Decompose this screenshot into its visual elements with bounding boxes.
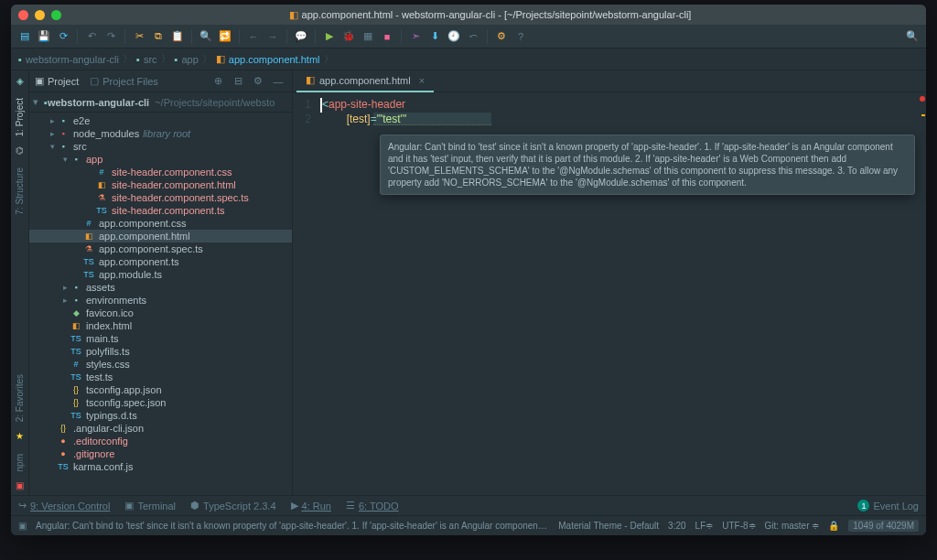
error-marker[interactable] (920, 96, 925, 102)
collapse-all-icon[interactable]: ⊟ (230, 73, 246, 90)
event-log-tab[interactable]: Event Log (873, 501, 919, 512)
settings-icon[interactable]: ⚙ (493, 28, 510, 45)
project-tree[interactable]: ▸▪e2e▸▪node_moduleslibrary root▾▪src▾▪ap… (29, 113, 292, 495)
cut-icon[interactable]: ✂ (131, 28, 147, 45)
project-files-tab[interactable]: ▢Project Files (90, 75, 158, 87)
tree-node[interactable]: ▾▪app (29, 153, 292, 166)
status-theme[interactable]: Material Theme - Default (558, 521, 659, 531)
help-icon[interactable]: ? (512, 28, 529, 45)
stop-icon[interactable]: ■ (379, 28, 395, 45)
tree-node[interactable]: ●.editorconfig (29, 435, 292, 447)
tree-node[interactable]: ●.gitignore (29, 447, 292, 460)
breadcrumb[interactable]: webstorm-angular-cli (26, 54, 119, 65)
status-git[interactable]: Git: master ≑ (765, 521, 820, 531)
tree-node[interactable]: #styles.css (29, 358, 292, 371)
file-icon: ● (57, 447, 70, 460)
paste-icon[interactable]: 📋 (169, 28, 186, 45)
vcs-push-icon[interactable]: ➣ (407, 28, 424, 45)
copy-icon[interactable]: ⧉ (150, 28, 167, 45)
run-tab[interactable]: ▶ 4: Run (291, 500, 331, 512)
maximize-window-button[interactable] (51, 10, 61, 20)
status-line-separator[interactable]: LF≑ (695, 521, 714, 531)
editor-tab[interactable]: ◧ app.component.html × (296, 70, 434, 92)
hide-tool-icon[interactable]: — (270, 73, 286, 90)
typescript-tab[interactable]: ⬢ TypeScript 2.3.4 (190, 500, 276, 512)
tree-node[interactable]: {}.angular-cli.json (29, 422, 292, 435)
scroll-from-source-icon[interactable]: ⊕ (210, 73, 226, 90)
breadcrumb[interactable]: app.component.html (229, 54, 320, 65)
favorites-icon[interactable]: ★ (14, 430, 27, 443)
status-memory[interactable]: 1049 of 4029M (848, 520, 919, 532)
status-encoding[interactable]: UTF-8≑ (722, 521, 755, 531)
tree-node[interactable]: TSpolyfills.ts (29, 345, 292, 358)
tree-node[interactable]: ⚗site-header.component.spec.ts (29, 191, 292, 204)
npm-icon[interactable]: ▣ (14, 479, 27, 491)
status-lock-icon[interactable]: 🔒 (828, 521, 839, 531)
run-icon[interactable]: ▶ (321, 28, 338, 45)
back-icon[interactable]: ← (245, 28, 262, 45)
tree-node[interactable]: ▸▪assets (29, 281, 292, 294)
tree-node[interactable]: ▸▪e2e (29, 114, 292, 127)
code-source[interactable]: <app-site-header [test]="'test'" Angular… (318, 92, 926, 495)
tree-node[interactable]: ▾▪src (29, 140, 292, 153)
minimize-window-button[interactable] (35, 10, 45, 20)
tree-node[interactable]: #app.component.css (29, 217, 292, 230)
terminal-tab[interactable]: ▣ Terminal (124, 500, 176, 512)
status-position[interactable]: 3:20 (668, 521, 685, 531)
navigation-bar[interactable]: ▪ webstorm-angular-cli 〉 ▪ src 〉 ▪ app 〉… (11, 48, 926, 70)
tree-node[interactable]: ▸▪node_moduleslibrary root (29, 127, 292, 140)
vcs-update-icon[interactable]: ⬇ (426, 28, 443, 45)
warning-marker[interactable] (921, 114, 925, 116)
version-control-tab[interactable]: ↪ 9: Version Control (18, 500, 110, 512)
breadcrumb[interactable]: src (144, 54, 157, 65)
todo-tab[interactable]: ☰ 6: TODO (346, 500, 399, 512)
vcs-history-icon[interactable]: 🕘 (446, 28, 462, 45)
error-stripe[interactable] (917, 92, 926, 495)
project-tab[interactable]: ▣Project (35, 75, 79, 87)
vcs-revert-icon[interactable]: ⤺ (465, 28, 481, 45)
open-file-icon[interactable]: ▤ (16, 28, 33, 45)
find-icon[interactable]: 🔍 (198, 28, 214, 45)
debug-icon[interactable]: 🐞 (340, 28, 357, 45)
replace-icon[interactable]: 🔁 (217, 28, 233, 45)
favorites-tool-tab[interactable]: 2: Favorites (13, 369, 27, 427)
code-editor[interactable]: 12 <app-site-header [test]="'test'" Angu… (293, 92, 926, 495)
tree-node[interactable]: TStest.ts (29, 371, 292, 383)
tree-node[interactable]: ◧site-header.component.html (29, 178, 292, 191)
tree-node[interactable]: ◆favicon.ico (29, 307, 292, 319)
tree-node[interactable]: #site-header.component.css (29, 166, 292, 178)
tree-node[interactable]: TSkarma.conf.js (29, 460, 292, 473)
tree-node[interactable]: TSmain.ts (29, 332, 292, 345)
tree-node[interactable]: TStypings.d.ts (29, 409, 292, 422)
refresh-icon[interactable]: ⟳ (55, 28, 71, 45)
status-icon[interactable]: ▣ (18, 521, 27, 531)
redo-icon[interactable]: ↷ (102, 28, 119, 45)
forward-icon[interactable]: → (264, 28, 281, 45)
breadcrumb[interactable]: app (181, 54, 198, 65)
save-all-icon[interactable]: 💾 (36, 28, 52, 45)
close-window-button[interactable] (18, 10, 28, 20)
tree-node[interactable]: ⚗app.component.spec.ts (29, 242, 292, 255)
tree-node[interactable]: ▸▪environments (29, 294, 292, 307)
project-tool-tab[interactable]: 1: Project (13, 92, 27, 142)
tree-node[interactable]: ◧index.html (29, 319, 292, 332)
structure-tool-tab[interactable]: 7: Structure (13, 162, 27, 221)
event-badge[interactable]: 1 (857, 500, 869, 512)
close-tab-icon[interactable]: × (419, 75, 425, 86)
undo-icon[interactable]: ↶ (83, 28, 100, 45)
structure-tool-icon[interactable]: ⌬ (14, 144, 27, 156)
tree-node[interactable]: {}tsconfig.spec.json (29, 396, 292, 409)
coverage-icon[interactable]: ▦ (360, 28, 376, 45)
tool-settings-icon[interactable]: ⚙ (250, 73, 266, 90)
npm-tool-tab[interactable]: npm (13, 448, 27, 477)
chat-icon[interactable]: 💬 (293, 28, 309, 45)
tree-node[interactable]: TSapp.component.ts (29, 255, 292, 268)
project-tool-icon[interactable]: ◈ (14, 74, 27, 87)
titlebar[interactable]: ◧app.component.html - webstorm-angular-c… (11, 5, 926, 25)
tree-node[interactable]: TSapp.module.ts (29, 268, 292, 281)
search-everywhere-icon[interactable]: 🔍 (904, 28, 921, 45)
tree-node[interactable]: {}tsconfig.app.json (29, 383, 292, 396)
project-root-row[interactable]: ▾ ▪ webstorm-angular-cli ~/Projects/site… (29, 92, 292, 113)
tree-node[interactable]: TSsite-header.component.ts (29, 204, 292, 217)
tree-node[interactable]: ◧app.component.html (29, 230, 292, 242)
